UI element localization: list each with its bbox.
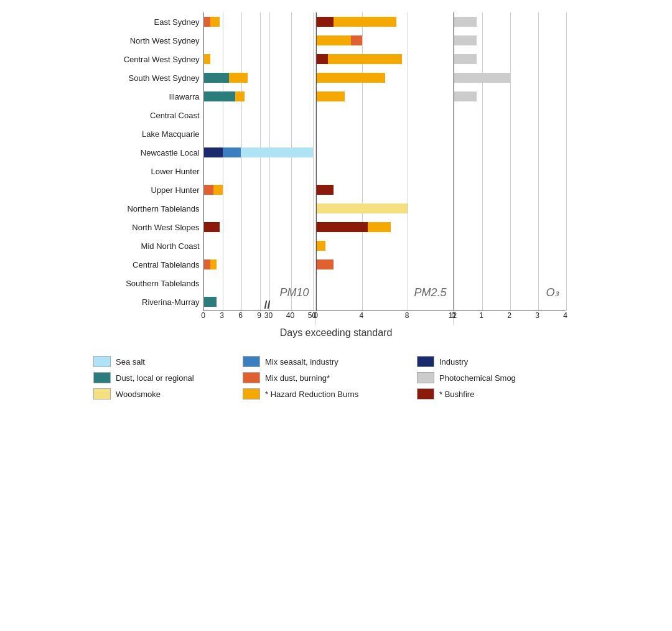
bar-row: [204, 124, 315, 143]
bar-segment-mix-dust-burning: [204, 185, 213, 195]
y-label: Lake Macquarie: [142, 124, 200, 143]
bar-row: [454, 124, 566, 143]
legend-item: Industry: [417, 356, 579, 367]
bar-row: [317, 124, 453, 143]
bar-segment-photochemical-smog: [454, 54, 477, 64]
y-label: Illawarra: [169, 87, 199, 106]
legend-label: * Bushfire: [439, 390, 474, 399]
bar-segment-hazard-reduction: [334, 17, 396, 27]
axis-break: //: [264, 299, 271, 312]
bar-segment-hazard-reduction: [317, 73, 385, 83]
bar-row: [454, 180, 566, 199]
legend-item: Photochemical Smog: [417, 372, 579, 383]
legend-item: * Hazard Reduction Burns: [243, 388, 404, 400]
y-label: Riverina-Murray: [142, 292, 199, 311]
bar-segment-photochemical-smog: [454, 35, 477, 45]
bar-segment-hazard-reduction: [328, 54, 402, 64]
bar-segment-photochemical-smog: [454, 73, 510, 83]
bar-row: [204, 87, 315, 106]
legend-swatch: [93, 372, 111, 383]
bar-segment-dust-local-regional: [204, 73, 229, 83]
bar-row: [317, 236, 453, 255]
bar-row: [317, 255, 453, 274]
bar-row: [317, 50, 453, 68]
bar-row: [317, 31, 453, 50]
legend-item: Woodsmoke: [93, 388, 230, 400]
bar-segment-hazard-reduction: [235, 91, 245, 101]
x-tick-label: 40: [286, 311, 294, 320]
bar-row: [204, 218, 315, 236]
bar-row: [454, 236, 566, 255]
x-tick-label: 1: [479, 311, 483, 320]
bar-segment-bushfire: [204, 222, 220, 232]
panel-pm10: East SydneyNorth West SydneyCentral West…: [107, 12, 316, 325]
bar-row: [454, 31, 566, 50]
bar-row: [317, 162, 453, 180]
bar-segment-dust-local-regional: [204, 297, 217, 307]
bar-row: [317, 218, 453, 236]
bar-row: [204, 255, 315, 274]
bar-row: [317, 106, 453, 124]
legend-label: Industry: [439, 357, 468, 367]
bar-row: [317, 143, 453, 162]
x-tick-label: 9: [257, 311, 261, 320]
x-tick-label: 6: [238, 311, 243, 320]
legend-item: Mix seasalt, industry: [243, 356, 404, 367]
legend-item: Mix dust, burning*: [243, 372, 404, 383]
bar-row: [454, 255, 566, 274]
x-tick-label: 8: [405, 311, 409, 320]
x-tick-label: 30: [264, 311, 273, 320]
y-label: Central Coast: [150, 106, 199, 124]
bar-row: [454, 68, 566, 87]
y-label: Central West Sydney: [124, 50, 200, 68]
bar-row: [454, 218, 566, 236]
legend-swatch: [243, 356, 260, 367]
bar-row: [204, 199, 315, 218]
bar-segment-dust-local-regional: [204, 91, 235, 101]
bar-segment-woodsmoke: [317, 203, 408, 213]
bar-row: [454, 87, 566, 106]
y-label: East Sydney: [154, 12, 200, 31]
bar-row: [204, 12, 315, 31]
x-tick-label: 2: [507, 311, 511, 320]
bar-segment-bushfire: [317, 185, 334, 195]
legend-label: Woodsmoke: [116, 390, 161, 399]
bar-segment-mix-dust-burning: [204, 259, 210, 269]
bar-segment-industry: [204, 147, 223, 157]
legend-swatch: [417, 388, 434, 400]
bar-segment-bushfire: [317, 17, 334, 27]
grid-line: [566, 12, 567, 311]
legend-swatch: [93, 356, 111, 367]
x-tick-label: 4: [359, 311, 363, 320]
bar-row: [204, 143, 315, 162]
bar-segment-hazard-reduction: [210, 259, 217, 269]
chart-title: O₃: [546, 286, 559, 299]
legend-label: Sea salt: [116, 357, 145, 367]
legend-swatch: [417, 372, 434, 383]
bar-row: [204, 31, 315, 50]
bar-row: [454, 106, 566, 124]
y-label: Northern Tablelands: [127, 199, 199, 218]
y-label: Lower Hunter: [151, 162, 199, 180]
panel-o: O₃01234: [454, 12, 566, 325]
chart-title: PM2.5: [414, 286, 446, 299]
legend-swatch: [93, 388, 111, 400]
bar-row: [454, 143, 566, 162]
legend: Sea saltMix seasalt, industryIndustryDus…: [6, 350, 666, 400]
y-label: Upper Hunter: [151, 180, 199, 199]
x-tick-label: 0: [314, 311, 318, 320]
bar-row: [454, 50, 566, 68]
bar-segment-hazard-reduction: [368, 222, 391, 232]
bar-row: [317, 12, 453, 31]
bar-row: [454, 12, 566, 31]
legend-item: Sea salt: [93, 356, 230, 367]
bar-segment-mix-dust-burning: [204, 17, 210, 27]
y-label: North West Sydney: [130, 31, 200, 50]
bar-row: [317, 87, 453, 106]
bar-row: [204, 162, 315, 180]
bar-segment-hazard-reduction: [317, 241, 326, 251]
x-axis-title: Days exceeding standard: [280, 327, 393, 339]
bar-segment-sea-salt: [241, 147, 313, 157]
bar-segment-mix-dust-burning: [317, 259, 334, 269]
legend-label: Mix dust, burning*: [265, 373, 330, 383]
